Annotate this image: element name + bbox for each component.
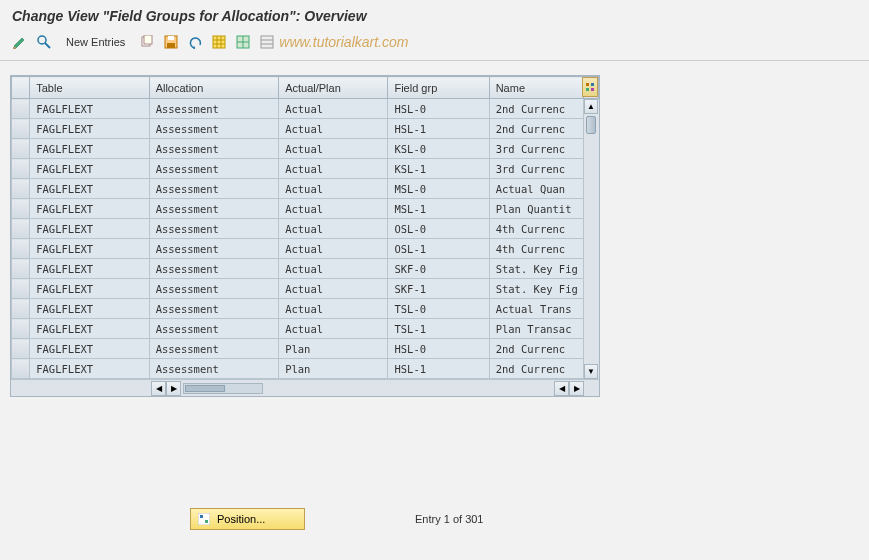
row-selector[interactable] <box>12 119 30 139</box>
row-selector[interactable] <box>12 299 30 319</box>
scroll-thumb[interactable] <box>586 116 596 134</box>
table-row[interactable]: FAGLFLEXTAssessmentActualTSL-1Plan Trans… <box>12 319 599 339</box>
col-name-header[interactable]: Name <box>489 77 583 99</box>
cell-fieldgrp[interactable]: TSL-1 <box>388 319 489 339</box>
toggle-display-change-icon[interactable] <box>10 32 30 52</box>
cell-actualplan[interactable]: Actual <box>279 199 388 219</box>
cell-actualplan[interactable]: Actual <box>279 219 388 239</box>
col-selector-header[interactable] <box>12 77 30 99</box>
cell-name[interactable]: 4th Currenc <box>489 219 583 239</box>
cell-name[interactable]: Stat. Key Fig <box>489 259 583 279</box>
cell-actualplan[interactable]: Actual <box>279 319 388 339</box>
cell-allocation[interactable]: Assessment <box>149 119 279 139</box>
cell-fieldgrp[interactable]: HSL-0 <box>388 99 489 119</box>
hscroll-right2-icon[interactable]: ▶ <box>569 381 584 396</box>
hscroll-right-icon[interactable]: ▶ <box>166 381 181 396</box>
save-icon[interactable] <box>161 32 181 52</box>
hscroll-left2-icon[interactable]: ◀ <box>554 381 569 396</box>
cell-table[interactable]: FAGLFLEXT <box>30 299 149 319</box>
cell-allocation[interactable]: Assessment <box>149 99 279 119</box>
table-settings-icon[interactable] <box>582 77 598 97</box>
cell-table[interactable]: FAGLFLEXT <box>30 199 149 219</box>
deselect-all-icon[interactable] <box>257 32 277 52</box>
cell-name[interactable]: Actual Quan <box>489 179 583 199</box>
table-row[interactable]: FAGLFLEXTAssessmentActualOSL-04th Curren… <box>12 219 599 239</box>
row-selector[interactable] <box>12 179 30 199</box>
cell-table[interactable]: FAGLFLEXT <box>30 259 149 279</box>
cell-actualplan[interactable]: Plan <box>279 339 388 359</box>
table-row[interactable]: FAGLFLEXTAssessmentActualOSL-14th Curren… <box>12 239 599 259</box>
table-row[interactable]: FAGLFLEXTAssessmentPlanHSL-02nd Currenc <box>12 339 599 359</box>
cell-name[interactable]: 4th Currenc <box>489 239 583 259</box>
col-actualplan-header[interactable]: Actual/Plan <box>279 77 388 99</box>
cell-table[interactable]: FAGLFLEXT <box>30 319 149 339</box>
cell-name[interactable]: Actual Trans <box>489 299 583 319</box>
row-selector[interactable] <box>12 199 30 219</box>
cell-actualplan[interactable]: Actual <box>279 139 388 159</box>
hscroll-thumb[interactable] <box>185 385 225 392</box>
cell-table[interactable]: FAGLFLEXT <box>30 359 149 379</box>
cell-table[interactable]: FAGLFLEXT <box>30 219 149 239</box>
cell-fieldgrp[interactable]: HSL-1 <box>388 359 489 379</box>
cell-fieldgrp[interactable]: OSL-1 <box>388 239 489 259</box>
delimit-icon[interactable] <box>233 32 253 52</box>
cell-name[interactable]: 2nd Currenc <box>489 99 583 119</box>
cell-table[interactable]: FAGLFLEXT <box>30 99 149 119</box>
cell-name[interactable]: 2nd Currenc <box>489 359 583 379</box>
cell-table[interactable]: FAGLFLEXT <box>30 179 149 199</box>
cell-allocation[interactable]: Assessment <box>149 199 279 219</box>
row-selector[interactable] <box>12 99 30 119</box>
cell-allocation[interactable]: Assessment <box>149 319 279 339</box>
col-allocation-header[interactable]: Allocation <box>149 77 279 99</box>
cell-fieldgrp[interactable]: KSL-1 <box>388 159 489 179</box>
cell-fieldgrp[interactable]: OSL-0 <box>388 219 489 239</box>
table-row[interactable]: FAGLFLEXTAssessmentActualKSL-03rd Curren… <box>12 139 599 159</box>
cell-actualplan[interactable]: Actual <box>279 99 388 119</box>
cell-allocation[interactable]: Assessment <box>149 339 279 359</box>
cell-allocation[interactable]: Assessment <box>149 219 279 239</box>
cell-allocation[interactable]: Assessment <box>149 239 279 259</box>
cell-actualplan[interactable]: Actual <box>279 179 388 199</box>
table-row[interactable]: FAGLFLEXTAssessmentActualMSL-0Actual Qua… <box>12 179 599 199</box>
cell-table[interactable]: FAGLFLEXT <box>30 279 149 299</box>
cell-actualplan[interactable]: Actual <box>279 239 388 259</box>
cell-table[interactable]: FAGLFLEXT <box>30 139 149 159</box>
row-selector[interactable] <box>12 279 30 299</box>
cell-table[interactable]: FAGLFLEXT <box>30 119 149 139</box>
cell-allocation[interactable]: Assessment <box>149 279 279 299</box>
cell-name[interactable]: 2nd Currenc <box>489 119 583 139</box>
cell-actualplan[interactable]: Actual <box>279 299 388 319</box>
cell-allocation[interactable]: Assessment <box>149 359 279 379</box>
cell-actualplan[interactable]: Plan <box>279 359 388 379</box>
select-all-icon[interactable] <box>209 32 229 52</box>
row-selector[interactable] <box>12 139 30 159</box>
cell-fieldgrp[interactable]: SKF-0 <box>388 259 489 279</box>
vertical-scrollbar[interactable]: ▲ ▼ <box>583 99 598 379</box>
cell-name[interactable]: 3rd Currenc <box>489 139 583 159</box>
row-selector[interactable] <box>12 339 30 359</box>
position-button[interactable]: Position... <box>190 508 305 530</box>
cell-fieldgrp[interactable]: SKF-1 <box>388 279 489 299</box>
row-selector[interactable] <box>12 239 30 259</box>
cell-actualplan[interactable]: Actual <box>279 119 388 139</box>
cell-allocation[interactable]: Assessment <box>149 179 279 199</box>
row-selector[interactable] <box>12 159 30 179</box>
table-row[interactable]: FAGLFLEXTAssessmentActualTSL-0Actual Tra… <box>12 299 599 319</box>
col-table-header[interactable]: Table <box>30 77 149 99</box>
cell-fieldgrp[interactable]: MSL-0 <box>388 179 489 199</box>
cell-name[interactable]: 2nd Currenc <box>489 339 583 359</box>
cell-allocation[interactable]: Assessment <box>149 139 279 159</box>
copy-icon[interactable] <box>137 32 157 52</box>
cell-fieldgrp[interactable]: HSL-1 <box>388 119 489 139</box>
cell-name[interactable]: 3rd Currenc <box>489 159 583 179</box>
row-selector[interactable] <box>12 219 30 239</box>
scroll-down-icon[interactable]: ▼ <box>584 364 598 379</box>
table-row[interactable]: FAGLFLEXTAssessmentActualSKF-0Stat. Key … <box>12 259 599 279</box>
cell-fieldgrp[interactable]: HSL-0 <box>388 339 489 359</box>
row-selector[interactable] <box>12 319 30 339</box>
cell-allocation[interactable]: Assessment <box>149 159 279 179</box>
row-selector[interactable] <box>12 259 30 279</box>
table-row[interactable]: FAGLFLEXTAssessmentActualHSL-02nd Curren… <box>12 99 599 119</box>
table-row[interactable]: FAGLFLEXTAssessmentActualMSL-1Plan Quant… <box>12 199 599 219</box>
hscroll-left-icon[interactable]: ◀ <box>151 381 166 396</box>
